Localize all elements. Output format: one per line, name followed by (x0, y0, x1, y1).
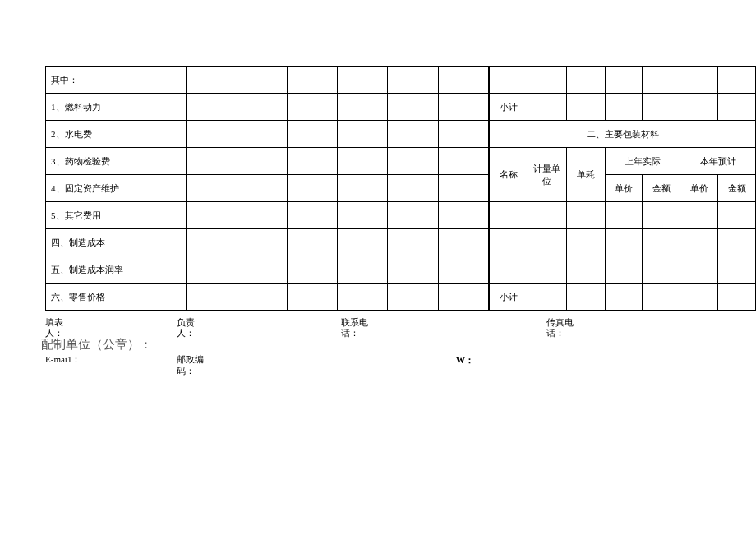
cell (566, 94, 605, 121)
fax-line1: 传真电 (546, 317, 574, 328)
cell (136, 148, 187, 175)
col-consume: 单耗 (566, 148, 605, 202)
cell (566, 256, 605, 284)
cell (680, 229, 718, 256)
cell (643, 67, 680, 94)
footer-row-2: E-mai1： 邮政编 码： W： (45, 354, 711, 376)
cell (438, 67, 488, 94)
cell (438, 229, 488, 256)
cell (287, 94, 337, 121)
cell (136, 256, 187, 284)
cell (388, 94, 438, 121)
cell (388, 67, 438, 94)
cell (718, 67, 756, 94)
cell (605, 256, 643, 284)
table-row: 二、主要包装材料 (490, 121, 756, 148)
cell (680, 67, 718, 94)
left-table: 其中： 1、燃料动力 2、水电费 3、药物检验费 4、固定资产维护 5、其它费用… (45, 66, 489, 311)
cell (718, 284, 756, 311)
cell (605, 94, 643, 121)
cell (237, 202, 287, 229)
fax-label: 传真电 话： (546, 317, 574, 339)
cell (388, 121, 438, 148)
table-row: 四、制造成本 (46, 229, 489, 256)
cell (287, 284, 337, 311)
cell (287, 148, 337, 175)
cell (287, 229, 337, 256)
cell (388, 202, 438, 229)
table-row (490, 67, 756, 94)
cell (718, 94, 756, 121)
cell (643, 256, 680, 284)
fax-line2: 话： (546, 328, 574, 339)
cell (438, 94, 488, 121)
cell (136, 284, 187, 311)
cell (237, 229, 287, 256)
resp-line2: 人： (177, 328, 341, 339)
cell (680, 202, 718, 229)
cell (528, 256, 566, 284)
cell (388, 229, 438, 256)
cell (237, 67, 287, 94)
cell (237, 256, 287, 284)
cell (136, 175, 187, 202)
cell (388, 284, 438, 311)
cell (643, 284, 680, 311)
col-unit: 计量单位 (528, 148, 566, 202)
cell (438, 121, 488, 148)
cell (680, 256, 718, 284)
org-seal-label: 配制单位（公章）： (41, 337, 711, 353)
cell (338, 284, 388, 311)
post-line2: 码： (177, 366, 341, 376)
col-amount: 金额 (718, 175, 756, 202)
cell (136, 121, 187, 148)
col-name: 名称 (490, 148, 528, 202)
cell (490, 202, 528, 229)
cell (338, 148, 388, 175)
cell (605, 284, 643, 311)
postal-label: 邮政编 码： (177, 354, 341, 376)
cell (237, 121, 287, 148)
row-label: 5、其它费用 (46, 202, 136, 229)
row-label: 3、药物检验费 (46, 148, 136, 175)
cell (643, 94, 680, 121)
post-line1: 邮政编 (177, 354, 341, 365)
cell (680, 284, 718, 311)
cell (136, 202, 187, 229)
table-row (490, 202, 756, 229)
table-row: 其中： (46, 67, 489, 94)
cell (528, 94, 566, 121)
cell (187, 121, 237, 148)
table-row: 2、水电费 (46, 121, 489, 148)
cell (237, 148, 287, 175)
cell (338, 175, 388, 202)
filler-label: 填表 人： (45, 317, 177, 339)
row-label: 四、制造成本 (46, 229, 136, 256)
cell (187, 202, 237, 229)
cell (136, 67, 187, 94)
section-title: 二、主要包装材料 (490, 121, 756, 148)
cell (187, 148, 237, 175)
cell (237, 284, 287, 311)
table-row: 4、固定资产维护 (46, 175, 489, 202)
cell (187, 229, 237, 256)
row-label: 六、零售价格 (46, 284, 136, 311)
col-unitprice: 单价 (605, 175, 643, 202)
cell (338, 121, 388, 148)
col-unitprice: 单价 (680, 175, 718, 202)
subtotal-label: 小计 (490, 284, 528, 311)
cell (718, 202, 756, 229)
cell (605, 67, 643, 94)
table-row: 5、其它费用 (46, 202, 489, 229)
cell (438, 148, 488, 175)
cell (388, 148, 438, 175)
table-row: 五、制造成本润率 (46, 256, 489, 284)
cell (136, 94, 187, 121)
cell (388, 256, 438, 284)
cell (338, 202, 388, 229)
cell (566, 202, 605, 229)
footer-row-1: 填表 人： 负责 人： 联系电 话： 传真电 话： (45, 317, 711, 339)
cell (287, 67, 337, 94)
cell (528, 284, 566, 311)
cell (643, 229, 680, 256)
